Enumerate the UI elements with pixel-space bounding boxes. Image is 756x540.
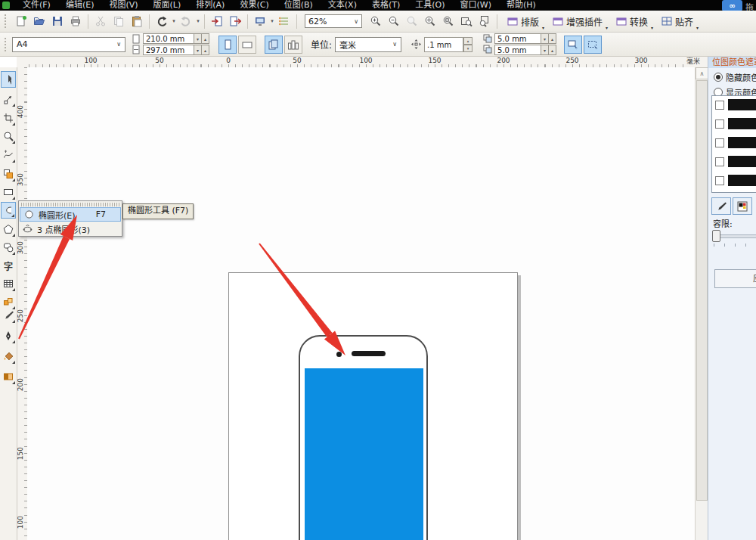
zoom-out-button[interactable] (385, 13, 403, 29)
checkbox[interactable] (715, 119, 724, 129)
ellipse-tool[interactable] (1, 202, 16, 219)
zoom-page-height-button[interactable] (476, 13, 494, 29)
zoom-level-combo[interactable]: 62% ∨ (305, 14, 362, 28)
save-button[interactable] (48, 13, 67, 29)
plugins-toolbar-button[interactable]: 增强插件 ▾ (549, 15, 606, 28)
menu-effects[interactable]: 效果(C) (232, 0, 276, 11)
cloud-overlay-icon[interactable]: ∞ (722, 0, 742, 11)
text-tool[interactable]: 字 (1, 257, 16, 274)
nudge-offset-field[interactable]: .1 mm (424, 37, 463, 52)
rectangle-tool[interactable] (1, 184, 16, 200)
portrait-button[interactable] (218, 36, 237, 54)
application-launcher-button[interactable] (251, 13, 269, 29)
mask-color-list[interactable] (711, 95, 756, 193)
import-button[interactable] (208, 13, 226, 29)
redo-button[interactable] (177, 13, 195, 29)
apply-button[interactable]: 应用 (714, 269, 756, 288)
smart-fill-tool[interactable] (1, 166, 16, 182)
page-width-spin-up[interactable]: ▴ (202, 33, 209, 44)
menu-edit[interactable]: 编辑(E) (58, 0, 102, 11)
zoom-to-page-button[interactable] (439, 13, 457, 29)
eyedropper-tool[interactable] (1, 307, 16, 324)
color-eyedropper-button[interactable] (711, 197, 731, 215)
duplicate-y-field[interactable]: 5.0 mm (494, 45, 541, 55)
copy-button[interactable] (110, 13, 128, 29)
landscape-button[interactable] (238, 36, 256, 54)
menu-file[interactable]: 文件(F) (15, 0, 58, 11)
all-pages-button[interactable] (265, 36, 283, 54)
options-icon[interactable] (275, 13, 293, 29)
launcher-dropdown-icon[interactable]: ▾ (269, 18, 275, 24)
hide-colors-radio[interactable]: 隐藏颜色 (714, 71, 756, 83)
menu-help[interactable]: 帮助(H) (499, 0, 544, 11)
zoom-in-button[interactable] (367, 13, 385, 29)
table-tool[interactable] (1, 275, 16, 292)
nudge-spinner[interactable]: ▴ ▾ (463, 37, 472, 52)
scrollbar-thumb[interactable] (696, 80, 708, 501)
mask-color-row[interactable] (715, 156, 756, 168)
crop-tool[interactable] (1, 110, 16, 126)
basic-shapes-tool[interactable] (1, 239, 16, 256)
paper-size-select[interactable]: A4 ∨ (12, 37, 125, 52)
vertical-ruler[interactable]: 400 350 300 250 200 150 100 (17, 67, 28, 540)
checkbox[interactable] (715, 138, 724, 147)
interactive-fill-tool[interactable] (1, 368, 16, 385)
page-width-field[interactable]: 210.0 mm (143, 33, 194, 44)
paste-button[interactable] (128, 13, 146, 29)
phone-speaker-bar[interactable] (352, 351, 386, 356)
phone-camera-dot[interactable] (336, 352, 342, 357)
undo-button[interactable] (153, 13, 171, 29)
flyout-item-3-point-ellipse[interactable]: 3 点椭圆形(3) (19, 222, 122, 236)
duplicate-x-spin-down[interactable]: ▾ (541, 33, 549, 44)
drawing-canvas[interactable] (27, 67, 695, 540)
freehand-tool[interactable] (1, 147, 16, 163)
pick-tool[interactable] (1, 71, 16, 88)
nudge-spin-down[interactable]: ▾ (463, 45, 472, 52)
menu-tools[interactable]: 工具(O) (407, 0, 452, 11)
cut-button[interactable] (91, 13, 110, 29)
current-page-button[interactable] (284, 36, 302, 54)
zoom-selected-button[interactable] (403, 13, 421, 29)
outline-pen-tool[interactable] (1, 327, 16, 344)
undo-dropdown-icon[interactable]: ▾ (171, 18, 177, 24)
menu-arrange[interactable]: 排列(A) (188, 0, 232, 11)
snap-toolbar-button[interactable]: 贴齐 ▾ (658, 15, 697, 28)
horizontal-ruler[interactable]: 100 50 0 50 100 150 200 250 300 (29, 57, 686, 68)
export-button[interactable] (226, 13, 244, 29)
mask-color-row[interactable] (715, 137, 756, 149)
flyout-drag-handle[interactable] (21, 203, 119, 206)
menu-layout[interactable]: 版面(L) (146, 0, 189, 11)
marquee-select-button[interactable] (584, 36, 602, 54)
mask-color-row[interactable] (715, 175, 756, 187)
flyout-item-ellipse[interactable]: 椭圆形(E) F7 (20, 207, 121, 222)
duplicate-y-spin-up[interactable]: ▴ (549, 45, 556, 55)
shape-tool[interactable] (1, 91, 16, 107)
tolerance-slider-thumb[interactable] (712, 230, 720, 242)
checkbox[interactable] (715, 101, 724, 110)
mask-color-row[interactable] (715, 99, 756, 111)
nudge-spin-up[interactable]: ▴ (463, 37, 472, 45)
page-height-spin-down[interactable]: ▾ (194, 45, 202, 55)
typeset-toolbar-button[interactable]: 排版 ▾ (503, 15, 543, 28)
page-height-field[interactable]: 297.0 mm (143, 45, 194, 55)
print-button[interactable] (67, 13, 85, 29)
vertical-scrollbar[interactable]: ∧ (695, 67, 708, 540)
edit-color-button[interactable] (733, 197, 752, 215)
redo-dropdown-icon[interactable]: ▾ (195, 18, 201, 24)
toolbar-drag-handle[interactable] (5, 14, 8, 28)
open-button[interactable] (30, 13, 48, 29)
convert-toolbar-button[interactable]: 转换 ▾ (612, 15, 652, 28)
zoom-all-objects-button[interactable] (421, 13, 439, 29)
checkbox[interactable] (715, 176, 724, 185)
fill-tool[interactable] (1, 348, 16, 365)
checkbox[interactable] (715, 157, 724, 166)
ruler-origin-corner[interactable] (17, 57, 29, 68)
menu-view[interactable]: 视图(V) (101, 0, 145, 11)
phone-screen[interactable] (305, 368, 423, 540)
treat-as-filled-button[interactable] (564, 36, 582, 54)
menu-bitmaps[interactable]: 位图(B) (277, 0, 321, 11)
duplicate-x-spin-up[interactable]: ▴ (549, 33, 556, 44)
scroll-up-icon[interactable]: ∧ (696, 67, 708, 79)
duplicate-y-spin-down[interactable]: ▾ (541, 45, 549, 55)
toolbar-drag-handle[interactable] (5, 38, 8, 51)
